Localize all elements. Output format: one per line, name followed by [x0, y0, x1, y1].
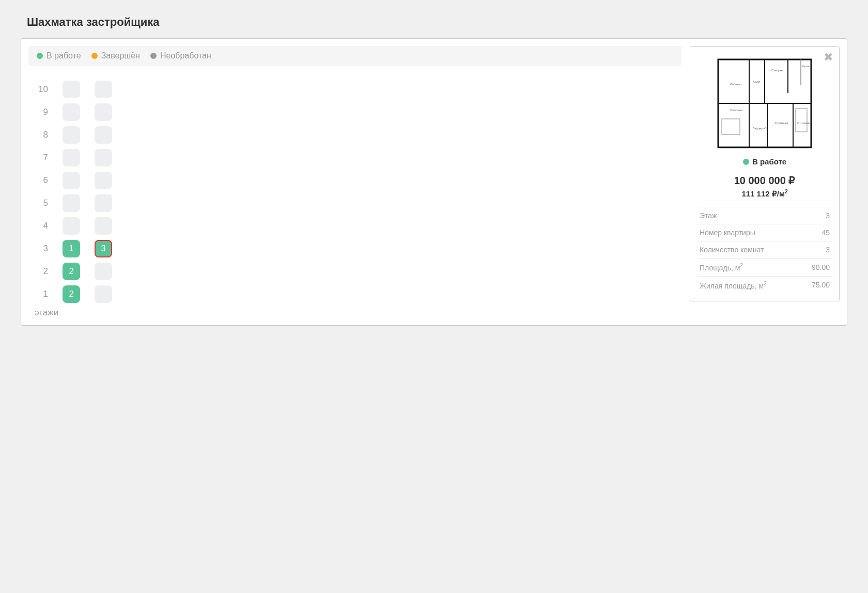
floor-number-label: 8	[35, 130, 48, 140]
table-row: Площадь, м290.00	[698, 259, 832, 277]
detail-row-label: Номер квартиры	[698, 224, 800, 241]
apartment-cell[interactable]	[63, 172, 80, 189]
page-title: Шахматка застройщика	[27, 16, 847, 29]
floor-number-label: 4	[35, 221, 48, 231]
floor-row: 5	[35, 192, 681, 215]
detail-row-label: Площадь, м2	[698, 259, 800, 277]
apartment-cell[interactable]	[63, 149, 80, 166]
floor-number-label: 6	[35, 175, 48, 186]
apartment-cell[interactable]	[95, 194, 112, 212]
svg-text:Кухня: Кухня	[802, 65, 810, 68]
detail-status-label: В работе	[752, 157, 786, 166]
detail-row-label: Жилая площадь, м2	[698, 276, 800, 294]
detail-row-value: 3	[800, 241, 832, 259]
floor-number-label: 3	[35, 244, 48, 254]
legend-label: В работе	[47, 51, 81, 60]
floor-number-label: 1	[35, 289, 48, 299]
detail-status: В работе	[698, 157, 832, 166]
apartment-cell[interactable]	[95, 126, 112, 144]
apartment-cell[interactable]	[63, 81, 80, 98]
detail-price-per-m2: 111 112 ₽/м2	[698, 189, 832, 199]
table-row: Номер квартиры45	[698, 224, 832, 241]
apartment-cell[interactable]: 2	[63, 263, 80, 280]
floor-row: 12	[35, 283, 681, 306]
floorplan-image: Кабинет Холл Сан.узел Спальня Гардероб Г…	[716, 57, 814, 150]
apartment-cell[interactable]	[63, 103, 80, 121]
floor-row: 8	[35, 124, 681, 146]
detail-row-value: 3	[800, 207, 832, 224]
axis-label-floors: этажи	[28, 308, 681, 318]
svg-text:Столовая: Столовая	[797, 121, 811, 125]
apartment-cell[interactable]	[95, 81, 112, 98]
close-icon[interactable]: ✖	[824, 52, 833, 63]
table-row: Жилая площадь, м275.00	[698, 276, 832, 294]
svg-text:Спальня: Спальня	[730, 109, 742, 112]
detail-row-value: 90.00	[800, 259, 832, 277]
floor-row: 313	[35, 237, 681, 260]
floor-number-label: 7	[35, 153, 48, 163]
svg-text:Гостиная: Гостиная	[775, 121, 788, 125]
apartment-cell[interactable]: 3	[95, 240, 112, 257]
floor-grid: 109876543132212	[28, 78, 681, 306]
main-panel: В работеЗавершёнНеобработан 109876543132…	[21, 38, 847, 326]
chessboard-column: В работеЗавершёнНеобработан 109876543132…	[28, 46, 681, 318]
detail-row-value: 45	[800, 224, 832, 241]
apartment-cell[interactable]	[95, 285, 112, 303]
legend-label: Необработан	[160, 51, 211, 60]
legend-item-green: В работе	[37, 51, 81, 60]
apartment-cell[interactable]	[95, 172, 112, 189]
floor-row: 22	[35, 260, 681, 283]
floor-row: 7	[35, 146, 681, 169]
apartment-cell[interactable]: 2	[63, 285, 80, 303]
floor-number-label: 2	[35, 266, 48, 277]
legend-dot-icon	[37, 53, 43, 59]
svg-text:Холл: Холл	[753, 80, 761, 83]
apartment-detail-panel: ✖ Кабинет Холл Сан.узел Спальня Гардероб…	[690, 46, 840, 301]
table-row: Количество комнат3	[698, 241, 832, 259]
apartment-cell[interactable]	[95, 103, 112, 121]
legend-item-gray: Необработан	[150, 51, 211, 60]
svg-text:Гардероб: Гардероб	[753, 127, 767, 130]
detail-row-label: Этаж	[698, 207, 800, 224]
floor-row: 4	[35, 215, 681, 237]
detail-table: Этаж3Номер квартиры45Количество комнат3П…	[698, 207, 832, 294]
apartment-cell[interactable]	[95, 149, 112, 166]
apartment-cell[interactable]	[63, 194, 80, 212]
floor-number-label: 5	[35, 198, 48, 208]
floor-row: 9	[35, 101, 681, 124]
apartment-cell[interactable]	[95, 263, 112, 280]
status-dot-icon	[743, 159, 749, 165]
legend-dot-icon	[91, 53, 98, 59]
table-row: Этаж3	[698, 207, 832, 224]
legend-dot-icon	[150, 53, 157, 59]
apartment-cell[interactable]	[63, 217, 80, 235]
apartment-cell[interactable]: 1	[63, 240, 80, 257]
svg-text:Кабинет: Кабинет	[730, 83, 742, 86]
apartment-cell[interactable]	[63, 126, 80, 144]
svg-text:Сан.узел: Сан.узел	[771, 69, 785, 72]
legend-item-orange: Завершён	[91, 51, 140, 60]
floor-row: 6	[35, 169, 681, 192]
floor-row: 10	[35, 78, 681, 101]
detail-row-label: Количество комнат	[698, 241, 800, 259]
detail-price: 10 000 000 ₽	[698, 174, 832, 187]
legend-bar: В работеЗавершёнНеобработан	[28, 46, 681, 66]
floor-number-label: 10	[35, 84, 48, 95]
apartment-cell[interactable]	[95, 217, 112, 235]
legend-label: Завершён	[101, 51, 140, 60]
detail-row-value: 75.00	[800, 276, 832, 294]
floor-number-label: 9	[35, 107, 48, 117]
